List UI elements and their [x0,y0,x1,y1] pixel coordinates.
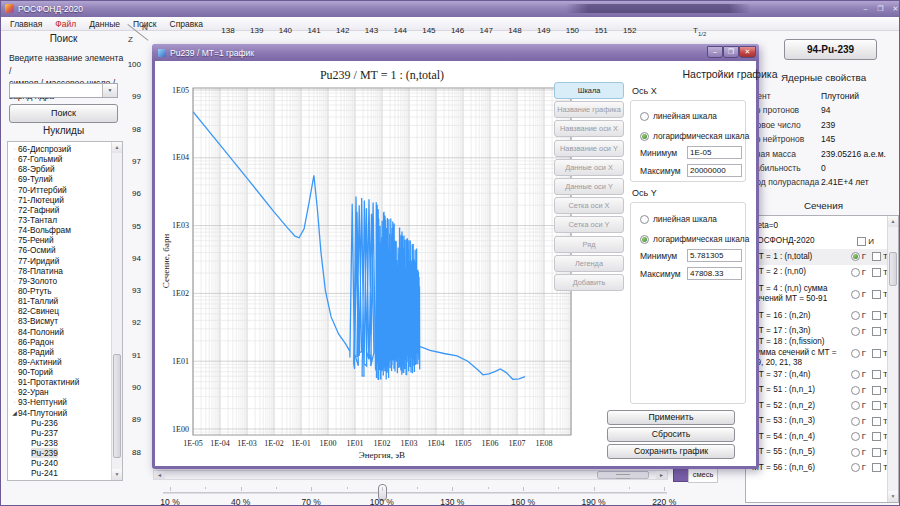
settings-tab-Ряд[interactable]: Ряд [554,236,624,253]
scrollbar-thumb[interactable] [597,471,649,479]
scroll-left-icon[interactable]: ◄ [154,471,165,479]
tree-collapsed-icon[interactable]: ▫ [11,266,18,276]
section-row[interactable]: МТ = 55 : (n,n_5)ГТ [746,445,888,461]
save-chart-button[interactable]: Сохранить график [607,444,735,459]
t-checkbox-icon[interactable] [872,386,881,395]
tree-collapsed-icon[interactable]: ▫ [11,154,18,164]
x-linear-option[interactable]: линейная шкала [640,111,717,121]
tree-collapsed-icon[interactable]: ▫ [11,144,18,154]
menu-item-Данные[interactable]: Данные [89,19,120,29]
horizontal-scrollbar[interactable]: ◄ ► [153,470,668,480]
section-row[interactable]: МТ = 2 : (n,n0)ГТ [746,265,888,281]
section-row[interactable]: МТ = 54 : (n,n_4)ГТ [746,429,888,445]
reset-button[interactable]: Сбросить [607,427,735,442]
nuclide-combobox[interactable]: ▼ [9,83,118,98]
section-row[interactable]: МТ = 16 : (n,2n)ГТ [746,308,888,324]
minimize-button[interactable]: – [859,3,872,14]
tree-collapsed-icon[interactable]: ▫ [11,387,18,397]
y-linear-option[interactable]: линейная шкала [640,214,717,224]
nuclide-item-67-Гольмий[interactable]: ▫67-Гольмий [11,154,122,164]
tree-collapsed-icon[interactable]: ▫ [11,276,18,286]
nuclide-item-75-Рений[interactable]: ▫75-Рений [11,235,122,245]
nuclide-item-80-Ртуть[interactable]: ▫80-Ртуть [11,286,122,296]
t-checkbox-icon[interactable] [872,268,881,277]
section-row[interactable]: МТ = 1 : (n,total)ГТ [746,249,888,265]
nuclide-item-Pu-236[interactable]: Pu-236 [11,418,122,428]
t-checkbox-icon[interactable] [872,432,881,441]
zoom-slider-track[interactable] [163,492,667,494]
nuclide-item-81-Таллий[interactable]: ▫81-Таллий [11,296,122,306]
tree-collapsed-icon[interactable]: ▫ [11,256,18,266]
nuclide-item-74-Вольфрам[interactable]: ▫74-Вольфрам [11,225,122,235]
nuclide-item-89-Актиний[interactable]: ▫89-Актиний [11,357,122,367]
tree-collapsed-icon[interactable]: ▫ [11,245,18,255]
tree-expanded-icon[interactable]: ◢ [11,408,18,418]
selected-nuclide-button[interactable]: 94-Pu-239 [784,39,877,60]
nuclide-item-69-Тулий[interactable]: ▫69-Тулий [11,174,122,184]
section-row[interactable]: МТ = 52 : (n,n_2)ГТ [746,398,888,414]
scrollbar-thumb[interactable] [113,354,121,458]
x-max-input[interactable] [687,164,742,177]
g-radio-icon[interactable] [851,327,860,336]
nuclide-item-71-Лютеций[interactable]: ▫71-Лютеций [11,195,122,205]
nuclide-item-76-Осмий[interactable]: ▫76-Осмий [11,245,122,255]
tree-collapsed-icon[interactable]: ▫ [11,164,18,174]
tree-collapsed-icon[interactable]: ▫ [11,316,18,326]
scroll-up-icon[interactable]: ▲ [112,142,122,153]
nuclide-item-78-Платина[interactable]: ▫78-Платина [11,266,122,276]
nuclide-item-79-Золото[interactable]: ▫79-Золото [11,276,122,286]
tree-collapsed-icon[interactable]: ▫ [11,327,18,337]
tree-collapsed-icon[interactable]: ▫ [11,195,18,205]
nuclide-item-Pu-241[interactable]: Pu-241 [11,469,122,479]
nuclide-item-66-Диспрозий[interactable]: ▫66-Диспрозий [11,144,122,154]
t-checkbox-icon[interactable] [872,417,881,426]
tree-collapsed-icon[interactable]: ▫ [11,367,18,377]
tree-collapsed-icon[interactable]: ▫ [11,205,18,215]
y-log-option[interactable]: логарифмическая шкала [640,234,749,244]
g-radio-icon[interactable] [851,252,860,261]
nuclide-item-Pu-238[interactable]: Pu-238 [11,438,122,448]
g-radio-icon[interactable] [851,463,860,472]
x-min-input[interactable] [687,146,742,159]
section-row[interactable]: РОСФОНД-2020И [746,234,888,250]
nuclide-item-91-Протактиний[interactable]: ▫91-Протактиний [11,377,122,387]
nuclide-item-77-Иридий[interactable]: ▫77-Иридий [11,256,122,266]
g-radio-icon[interactable] [851,290,860,299]
settings-tab-Легенда[interactable]: Легенда [554,255,624,272]
apply-button[interactable]: Применить [607,410,735,425]
scroll-down-icon[interactable]: ▼ [112,469,122,480]
tree-collapsed-icon[interactable]: ▫ [11,185,18,195]
g-radio-icon[interactable] [851,311,860,320]
tree-collapsed-icon[interactable]: ▫ [11,215,18,225]
nuclide-item-88-Радий[interactable]: ▫88-Радий [11,347,122,357]
tree-collapsed-icon[interactable]: ▫ [11,397,18,407]
settings-tab-Сетка оси X[interactable]: Сетка оси X [554,197,624,214]
nuclide-item-Pu-240[interactable]: Pu-240 [11,458,122,468]
nuclide-item-72-Гафний[interactable]: ▫72-Гафний [11,205,122,215]
radio-icon[interactable] [640,215,649,224]
g-radio-icon[interactable] [851,401,860,410]
t-checkbox-icon[interactable] [872,311,881,320]
settings-tab-Навзвание оси X[interactable]: Навзвание оси X [554,120,624,137]
g-radio-icon[interactable] [851,432,860,441]
tree-collapsed-icon[interactable]: ▫ [11,337,18,347]
g-radio-icon[interactable] [851,417,860,426]
section-row[interactable]: МТ = 53 : (n,n_3)ГТ [746,414,888,430]
menu-item-Файл[interactable]: Файл [55,19,76,29]
nuclide-item-93-Нептуний[interactable]: ▫93-Нептуний [11,398,122,408]
scroll-up-icon[interactable]: ▲ [888,216,898,227]
nuclide-item-70-Иттербий[interactable]: ▫70-Иттербий [11,185,122,195]
nuclide-item-68-Эрбий[interactable]: ▫68-Эрбий [11,164,122,174]
tree-collapsed-icon[interactable]: ▫ [11,377,18,387]
g-radio-icon[interactable] [851,349,860,358]
dialog-close-button[interactable]: ✕ [739,46,756,58]
tree-collapsed-icon[interactable]: ▫ [11,357,18,367]
g-radio-icon[interactable] [851,370,860,379]
radio-icon[interactable] [640,112,649,121]
tree-collapsed-icon[interactable]: ▫ [11,174,18,184]
sections-scrollbar[interactable]: ▲ ▼ [887,216,898,502]
close-button[interactable]: ✕ [889,3,900,14]
nuclide-item-90-Торий[interactable]: ▫90-Торий [11,367,122,377]
section-row[interactable]: МТ = 4 : (n,n) сумма сечений МТ = 50-91Г… [746,280,888,308]
tree-collapsed-icon[interactable]: ▫ [11,296,18,306]
